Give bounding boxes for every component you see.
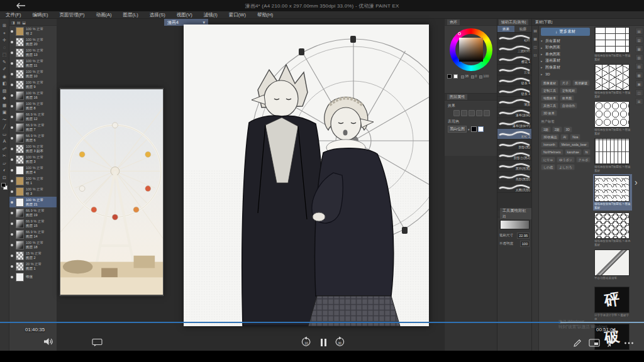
menu-item[interactable]: 帮助(H) <box>252 12 279 18</box>
layer-visibility-eye-icon[interactable] <box>11 137 13 140</box>
layer-visibility-eye-icon[interactable] <box>11 276 13 278</box>
layer-visibility-eye-icon[interactable] <box>11 30 13 33</box>
expression-color-dropdown[interactable]: 黑白位图 <box>448 126 467 133</box>
brush-item[interactable]: 松叶 <box>497 33 531 43</box>
sub-color-chip[interactable] <box>453 74 458 79</box>
layer-visibility-eye-icon[interactable] <box>11 126 13 129</box>
layer-row[interactable]: 100 % 正常 图层 11 <box>9 58 57 69</box>
user-tag[interactable]: NoIIHelmets <box>541 149 564 155</box>
layer-row[interactable]: 100 % 正常 图层 18 <box>9 239 57 250</box>
tool-icon[interactable]: ✛ <box>3 36 6 44</box>
layer-visibility-eye-icon[interactable] <box>11 73 13 75</box>
brush-item[interactable]: 瀑布(涂抹) <box>497 107 531 118</box>
tool-icon[interactable]: ⊡ <box>3 174 6 182</box>
layer-visibility-eye-icon[interactable] <box>11 212 13 214</box>
menu-item[interactable]: 页面管理(P) <box>54 12 91 18</box>
brush-item[interactable]: 瀑布(涂抹中) <box>497 118 531 129</box>
menu-item[interactable]: 编辑(E) <box>27 12 54 18</box>
layer-row[interactable]: 100 % 正常 组 1 <box>9 175 57 186</box>
tool-icon[interactable]: ▱ <box>3 160 6 167</box>
tool-icon[interactable]: ◐ <box>3 167 6 174</box>
user-tag[interactable]: AI <box>560 134 569 140</box>
layer-visibility-eye-icon[interactable] <box>11 222 13 225</box>
material-tag[interactable]: 定制笔刷 <box>560 87 577 94</box>
tool-icon[interactable]: 〜 <box>3 116 7 124</box>
tool-icon[interactable]: ◉ <box>3 73 6 80</box>
opacity-value[interactable]: 100 <box>520 241 530 247</box>
layers-header-icon[interactable]: ⬓ <box>22 20 26 25</box>
reference-image-window[interactable] <box>60 88 164 296</box>
layer-row[interactable]: 100 % 正常 组 2 <box>9 26 57 36</box>
brush-item[interactable]: 黑羽(用黑) <box>497 161 531 172</box>
brush-item[interactable]: 阴影(黑) <box>497 140 531 150</box>
panel-tab-icon[interactable]: ◫ <box>635 89 643 96</box>
layer-property-tab[interactable]: 图层属性 <box>447 94 467 100</box>
menu-item[interactable]: 选择(S) <box>144 12 171 18</box>
material-tag[interactable]: 图层蒙版 <box>572 80 590 86</box>
menu-item[interactable]: 滤镜(I) <box>198 12 223 18</box>
tool-icon[interactable]: ◆ <box>3 94 6 102</box>
layer-visibility-eye-icon[interactable] <box>11 116 13 118</box>
layer-visibility-eye-icon[interactable] <box>11 233 13 236</box>
layer-row[interactable]: 66.9 % 正常 图层 14 <box>9 229 57 239</box>
sub-tool-tab[interactable]: 效果 <box>497 26 514 32</box>
layer-visibility-eye-icon[interactable] <box>11 148 13 150</box>
tool-icon[interactable]: A <box>3 138 6 145</box>
layer-row[interactable]: 100 % 正常 图层 13 <box>9 47 57 58</box>
user-tag[interactable]: kanohae <box>565 149 582 155</box>
color-square[interactable] <box>459 38 483 62</box>
brush-item[interactable]: 云朵 <box>497 65 531 75</box>
panel-tab-icon[interactable]: ▣ <box>635 80 643 87</box>
user-tag[interactable]: 1期 <box>541 126 551 133</box>
user-tag[interactable]: 3D收藏品 <box>541 134 559 140</box>
material-item[interactable]: 墙纸布纹装饰T恤壁纸 >-图案素材 <box>593 63 632 99</box>
material-nav-icon[interactable]: ▤ <box>533 28 537 33</box>
layer-visibility-eye-icon[interactable] <box>11 158 13 161</box>
layer-visibility-eye-icon[interactable] <box>11 41 13 43</box>
foreground-color-chip[interactable] <box>1 183 6 187</box>
panel-tab-icon[interactable]: ▦ <box>635 45 643 52</box>
layer-visibility-eye-icon[interactable] <box>11 84 13 86</box>
layer-row[interactable]: 100 % 正常 图层 4 <box>9 165 57 175</box>
tool-icon[interactable]: ◌ <box>3 44 6 52</box>
panel-tab-icon[interactable]: ▥ <box>635 36 643 43</box>
material-tag[interactable]: 绘图效果 <box>541 95 558 101</box>
layer-row[interactable]: 100 % 正常 图层 3 副本 <box>9 143 57 154</box>
user-tag[interactable]: クルボ <box>576 156 591 163</box>
material-item[interactable]: 破 <box>593 322 632 351</box>
brush-item[interactable]: 樱花 1 <box>497 54 531 65</box>
layer-row[interactable]: 100 % 正常 图层 21 <box>9 197 57 207</box>
layer-row[interactable]: 100 % 正常 组 3 <box>9 186 57 197</box>
user-tag[interactable]: にりゅ <box>541 156 555 163</box>
tool-icon[interactable]: ◧ <box>3 80 7 87</box>
layer-row[interactable]: 100 % 正常 图层 8 <box>9 101 57 111</box>
material-tag[interactable]: 效果图 <box>560 95 574 101</box>
layer-visibility-eye-icon[interactable] <box>11 265 13 268</box>
layer-row[interactable]: 100 % 正常 图层 9 <box>9 79 57 90</box>
tool-icon[interactable]: ⌖ <box>3 30 6 37</box>
black-swatch[interactable] <box>471 126 477 132</box>
panel-tab-icon[interactable]: ⊞ <box>635 98 643 105</box>
tool-icon[interactable]: ▦ <box>3 102 7 109</box>
material-nav-icon[interactable]: ◫ <box>533 45 537 49</box>
material-nav-icon[interactable]: ⊡ <box>533 53 536 57</box>
reference-layer-button[interactable] <box>476 110 482 116</box>
color-wheel[interactable] <box>450 28 492 71</box>
layer-color-button[interactable] <box>469 110 475 116</box>
material-tag[interactable]: 尺子 <box>560 80 571 86</box>
user-tag[interactable]: よしだろ <box>557 164 574 170</box>
layer-row[interactable]: 15 % 正常 图层 2 <box>9 250 57 261</box>
material-item[interactable]: 墙纸布纹装饰T恤壁纸 >-单色素材 <box>593 211 632 248</box>
layer-row[interactable]: 66.9 % 正常 图层 12 <box>9 111 57 122</box>
material-tree-item[interactable]: ▸ 漫画素材 <box>541 58 591 65</box>
tool-icon[interactable]: ▭ <box>3 131 7 138</box>
layer-row[interactable]: 100 % 正常 图层 10 <box>9 69 57 79</box>
tool-icon[interactable]: ✎ <box>3 58 6 66</box>
layer-visibility-eye-icon[interactable] <box>11 62 13 65</box>
layer-visibility-eye-icon[interactable] <box>11 190 13 193</box>
layer-visibility-eye-icon[interactable] <box>11 94 13 97</box>
panel-tab-icon[interactable]: ▨ <box>635 63 643 70</box>
tone-effect-button[interactable] <box>461 110 467 116</box>
material-tag[interactable]: 定制工具 <box>541 87 558 94</box>
user-tag[interactable]: 3D <box>564 126 572 133</box>
